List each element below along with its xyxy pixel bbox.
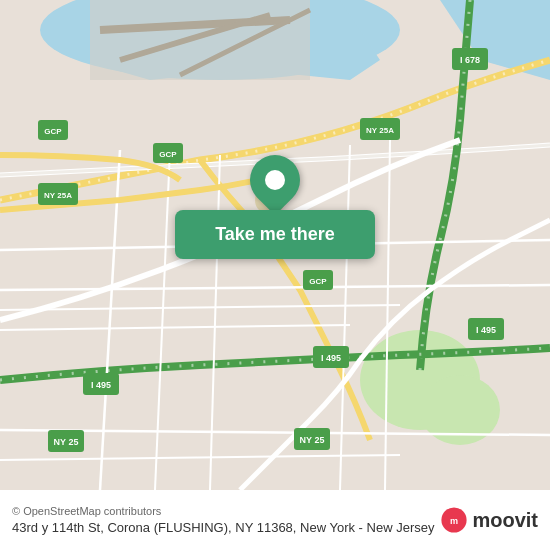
info-bar: © OpenStreetMap contributors 43rd y 114t… [0, 490, 550, 550]
svg-rect-8 [90, 0, 310, 80]
svg-text:I 495: I 495 [91, 380, 111, 390]
svg-text:I 495: I 495 [476, 325, 496, 335]
moovit-brand: moovit [472, 509, 538, 532]
svg-text:I 678: I 678 [460, 55, 480, 65]
osm-credit: © OpenStreetMap contributors [12, 505, 161, 517]
svg-text:NY 25: NY 25 [54, 437, 79, 447]
svg-text:GCP: GCP [309, 277, 327, 286]
svg-text:NY 25: NY 25 [300, 435, 325, 445]
svg-text:NY 25A: NY 25A [44, 191, 72, 200]
svg-text:GCP: GCP [44, 127, 62, 136]
take-me-there-button[interactable]: Take me there [175, 210, 375, 259]
map-container: I 678 NY 25A NY 25A GCP GCP GCP I 495 I … [0, 0, 550, 490]
moovit-icon: m [440, 506, 468, 534]
svg-text:m: m [450, 516, 458, 526]
address-text: 43rd y 114th St, Corona (FLUSHING), NY 1… [12, 520, 434, 535]
svg-text:NY 25A: NY 25A [366, 126, 394, 135]
svg-text:GCP: GCP [159, 150, 177, 159]
svg-text:I 495: I 495 [321, 353, 341, 363]
moovit-logo: m moovit [440, 506, 538, 534]
